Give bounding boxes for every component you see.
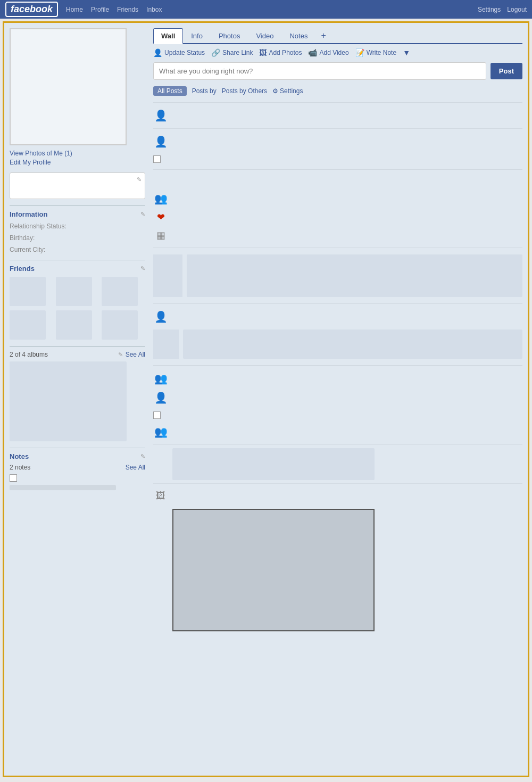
group-avatar-icon-3: 👥 [153,425,168,438]
feed-checkbox-1[interactable] [153,155,161,163]
feed-item-4: 👥 [153,189,522,208]
friends-section: Friends ✎ [10,260,145,340]
feed-item-7: 👤 [153,307,522,326]
photo-icon: 🖼 [259,48,267,57]
feed-content-5 [172,211,522,219]
feed-item-3 [153,151,522,166]
video-icon: 📹 [308,48,317,57]
feed-item-1: 👤 [153,106,522,125]
large-content-block [172,448,375,480]
friend-thumb-1[interactable] [10,277,46,306]
filter-posts-by[interactable]: Posts by [192,87,217,95]
feed-checkbox-2[interactable] [153,411,161,419]
feed-content-3 [165,154,522,162]
friend-thumb-6[interactable] [102,310,138,340]
update-status-btn[interactable]: 👤 Update Status [153,48,205,57]
information-edit-pencil[interactable]: ✎ [140,211,145,218]
city-label: Current City: [10,246,45,253]
note-checkbox[interactable] [10,474,17,482]
bio-box: ✎ [10,172,145,199]
profile-links: View Photos of Me (1) Edit My Profile [10,150,145,166]
information-section: Information ✎ Relationship Status: Birth… [10,205,145,253]
friend-thumb-2[interactable] [56,277,92,306]
status-area: Post [153,62,522,80]
add-photos-btn[interactable]: 🖼 Add Photos [259,48,302,57]
information-title: Information [10,210,48,218]
profile-tabs: Wall Info Photos Video Notes + [153,28,522,44]
profile-photo [10,28,127,145]
feed-divider-6 [153,365,522,366]
note-icon: 📝 [355,48,364,57]
filter-bar: All Posts Posts by Posts by Others ⚙ Set… [153,86,522,96]
bio-edit-pencil[interactable]: ✎ [137,176,142,183]
filter-settings[interactable]: ⚙ Settings [272,87,303,95]
heart-icon: ❤ [153,211,168,223]
nav-friends[interactable]: Friends [117,6,138,13]
write-note-btn[interactable]: 📝 Write Note [355,48,396,57]
filter-posts-by-others[interactable]: Posts by Others [222,87,267,95]
friend-thumb-3[interactable] [102,277,138,306]
feed-content-1 [172,109,522,117]
albums-edit-pencil[interactable]: ✎ [118,351,123,358]
share-link-btn[interactable]: 🔗 Share Link [211,48,253,57]
page-wrapper: View Photos of Me (1) Edit My Profile ✎ … [3,21,529,777]
tab-video[interactable]: Video [248,28,281,43]
feed-divider-5 [153,303,522,304]
nav-settings[interactable]: Settings [478,6,501,13]
avatar-icon-9: 👤 [153,391,168,404]
facebook-logo: facebook [5,2,58,17]
group-avatar-icon-1: 👥 [153,192,168,205]
link-icon: 🔗 [211,48,220,57]
tab-wall[interactable]: Wall [153,28,183,44]
feed-spacer-1 [153,173,522,189]
add-video-label: Add Video [319,49,348,56]
tab-add-button[interactable]: + [315,29,331,43]
nav-home[interactable]: Home [66,6,83,13]
post-button[interactable]: Post [491,63,522,79]
friends-title: Friends [10,265,35,273]
tab-info[interactable]: Info [183,28,211,43]
add-photos-label: Add Photos [269,49,302,56]
feed-content-12 [172,490,522,498]
relationship-label: Relationship Status: [10,223,66,230]
group-avatar-icon-2: 👥 [153,372,168,385]
note-line [10,485,116,490]
add-video-btn[interactable]: 📹 Add Video [308,48,348,57]
content-text-2 [183,330,522,359]
friends-edit-pencil[interactable]: ✎ [140,265,145,272]
tab-notes[interactable]: Notes [281,28,315,43]
feed-content-7 [172,310,522,318]
nav-logout[interactable]: Logout [507,6,527,13]
feed-item-8: 👥 [153,369,522,388]
feed-content-8 [172,372,522,380]
edit-profile-link[interactable]: Edit My Profile [10,159,145,166]
action-dropdown-arrow[interactable]: ▼ [403,48,410,57]
filter-all-posts[interactable]: All Posts [153,86,187,96]
albums-see-all[interactable]: See All [126,351,145,358]
tab-photos[interactable]: Photos [211,28,248,43]
feed-item-5: ❤ [153,208,522,226]
friends-grid-row2 [10,310,145,340]
friend-thumb-5[interactable] [56,310,92,340]
notes-edit-pencil[interactable]: ✎ [140,453,145,460]
album-thumbnail[interactable] [10,361,127,441]
feed-content-2 [172,135,522,143]
nav-profile[interactable]: Profile [91,6,109,13]
feed-item-10 [153,407,522,422]
nav-inbox[interactable]: Inbox [146,6,162,13]
view-photos-link[interactable]: View Photos of Me (1) [10,150,145,157]
status-input[interactable] [153,62,486,80]
avatar-icon-2: 👤 [153,135,168,148]
content-block-2 [153,326,522,362]
feed-divider-8 [153,483,522,484]
profile-layout: View Photos of Me (1) Edit My Profile ✎ … [4,23,528,641]
feed-divider-7 [153,444,522,445]
top-navigation: facebook Home Profile Friends Inbox Sett… [0,0,532,19]
feed-item-9: 👤 [153,388,522,407]
feed-divider-1 [153,102,522,103]
video-embed-box[interactable] [172,509,375,631]
feed-divider-2 [153,128,522,129]
notes-sidebar-header: Notes ✎ [10,452,145,460]
notes-see-all[interactable]: See All [126,464,145,471]
friend-thumb-4[interactable] [10,310,46,340]
